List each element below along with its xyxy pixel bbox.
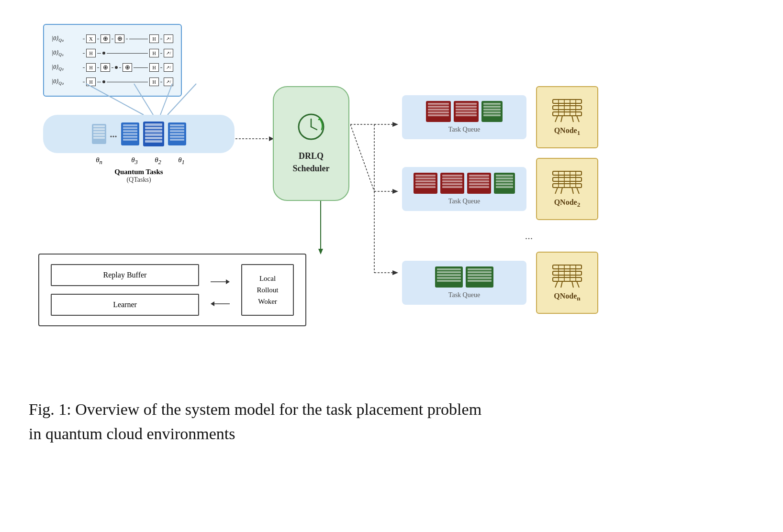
qnode-box-n: QNoden (536, 252, 598, 314)
right-section: Task Queue (402, 86, 598, 314)
qtask-block-faded (92, 124, 106, 144)
funnel-arrows (57, 81, 220, 120)
scheduler-title: DRLQScheduler (292, 150, 329, 174)
svg-rect-31 (553, 171, 582, 175)
qnode-box-1: QNode1 (536, 86, 598, 148)
svg-rect-22 (553, 112, 582, 116)
theta-n: θn (92, 156, 106, 166)
svg-line-41 (572, 188, 573, 194)
rl-left-column: Replay Buffer Learner (51, 264, 199, 316)
qnode-label-2: QNode2 (554, 198, 581, 209)
task-queue-label-2: Task Queue (448, 198, 480, 205)
qubit-label-1: |0⟩Q₁ (52, 49, 81, 57)
svg-rect-21 (553, 106, 582, 110)
svg-line-3 (168, 84, 196, 115)
svg-rect-44 (553, 277, 582, 281)
svg-marker-58 (318, 249, 323, 255)
red-block-2b (440, 173, 464, 194)
scheduler-icon (297, 112, 325, 145)
qnode-label-n: QNoden (554, 292, 580, 302)
svg-line-49 (555, 281, 558, 288)
rl-container: Replay Buffer Learner LocalRolloutWoker (38, 254, 306, 326)
qtask-block-2 (143, 122, 164, 146)
task-queue-label-1: Task Queue (448, 126, 480, 133)
qnode-label-1: QNode1 (554, 126, 581, 137)
svg-marker-15 (392, 189, 398, 194)
svg-line-50 (577, 281, 579, 288)
qtask-block-1 (168, 122, 186, 145)
green-block-1 (481, 101, 503, 122)
qnode-icon-2 (550, 169, 584, 195)
svg-marker-56 (211, 301, 214, 306)
qtask-block-3 (121, 122, 139, 145)
task-queue-1: Task Queue (402, 95, 526, 139)
red-block-2a (414, 173, 437, 194)
rollout-worker-box: LocalRolloutWoker (241, 264, 294, 316)
svg-line-28 (577, 116, 579, 122)
learner-box: Learner (51, 294, 199, 316)
svg-line-27 (555, 116, 558, 122)
svg-rect-33 (553, 184, 582, 188)
tasks-dots: ... (110, 129, 117, 140)
qnode-icon-1 (550, 97, 584, 123)
svg-line-52 (572, 281, 573, 288)
svg-line-30 (572, 116, 573, 122)
svg-rect-32 (553, 177, 582, 181)
svg-rect-20 (553, 100, 582, 103)
task-queue-label-n: Task Queue (448, 291, 480, 299)
green-block-2 (494, 173, 515, 194)
red-block-2c (467, 173, 491, 194)
svg-marker-18 (392, 270, 398, 275)
svg-line-51 (561, 281, 562, 288)
svg-rect-42 (553, 265, 582, 269)
qnode-row-n: Task Queue QNoden (402, 252, 598, 314)
svg-line-40 (561, 188, 562, 194)
rl-arrows (211, 272, 230, 308)
task-queue-n: Task Queue (402, 261, 526, 305)
theta-2: θ2 (147, 156, 168, 166)
replay-buffer-box: Replay Buffer (51, 264, 199, 286)
qtask-to-scheduler-arrow (235, 134, 274, 144)
svg-line-39 (577, 188, 579, 194)
qtasks-title: Quantum Tasks (QTasks) (43, 168, 235, 184)
figure-caption: Fig. 1: Overview of the system model for… (29, 397, 488, 446)
qubit-label-2: |0⟩Q₂ (52, 64, 81, 71)
theta-1: θ1 (172, 156, 190, 166)
red-block-1a (426, 101, 451, 122)
green-block-n-1 (435, 266, 463, 288)
svg-line-1 (134, 84, 153, 115)
svg-marker-54 (226, 279, 230, 284)
green-block-n-2 (466, 266, 493, 288)
qnode-dots: ... (402, 230, 598, 242)
svg-line-0 (86, 84, 144, 115)
scheduler-to-rl-arrow (306, 201, 335, 258)
svg-rect-43 (553, 271, 582, 275)
scheduler-to-queues-arrows (350, 86, 398, 297)
qnode-box-2: QNode2 (536, 158, 598, 220)
main-diagram: |0⟩Q₀ X ⊕ ⊕ H ↗/ |0⟩Q₁ H H ↗/ |0⟩ (29, 19, 747, 383)
svg-line-8 (311, 127, 317, 130)
qnode-icon-n (550, 263, 584, 289)
svg-line-2 (160, 84, 172, 115)
qnode-row-2: Task Queue QNode2 (402, 158, 598, 220)
svg-marker-12 (392, 122, 398, 127)
red-block-1b (454, 101, 479, 122)
qubit-label-0: |0⟩Q₀ (52, 35, 81, 43)
quantum-tasks-container: ... θn θ3 θ2 θ1 (43, 115, 235, 184)
theta-3: θ3 (125, 156, 144, 166)
svg-line-38 (555, 188, 558, 194)
svg-line-29 (561, 116, 562, 122)
qnode-row-1: Task Queue (402, 86, 598, 148)
task-queue-2: Task Queue (402, 167, 526, 211)
scheduler-box: DRLQScheduler (273, 86, 349, 201)
svg-line-14 (350, 124, 374, 191)
